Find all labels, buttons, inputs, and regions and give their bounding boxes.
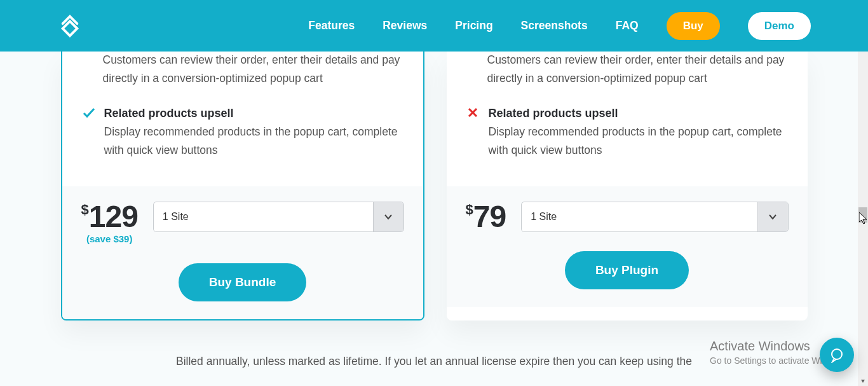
pricing-card-bundle: Customers can review their order, enter … xyxy=(61,51,424,321)
buy-bundle-button[interactable]: Buy Bundle xyxy=(179,263,307,301)
feature-title: Related products upsell xyxy=(104,107,234,120)
feature-text: Related products upsell Display recommen… xyxy=(104,104,403,160)
chevron-down-icon xyxy=(757,202,788,231)
nav-faq[interactable]: FAQ xyxy=(616,19,639,32)
billing-footnote: Billed annually, unless marked as lifeti… xyxy=(97,352,771,370)
buy-plugin-button[interactable]: Buy Plugin xyxy=(565,251,689,289)
nav-features[interactable]: Features xyxy=(308,19,355,32)
feature-body: Display recommended products in the popu… xyxy=(104,125,398,156)
cross-icon xyxy=(467,107,480,160)
svg-point-4 xyxy=(832,349,842,359)
site-select-value: 1 Site xyxy=(522,202,757,231)
feature-body: Customers can review their order, enter … xyxy=(487,51,787,88)
header: Features Reviews Pricing Screenshots FAQ… xyxy=(0,0,868,52)
price-save: (save $39) xyxy=(86,233,133,244)
price-amount: 129 xyxy=(89,202,138,232)
feature-body: Display recommended products in the popu… xyxy=(489,125,782,156)
pricing-card-plugin: Customers can review their order, enter … xyxy=(447,51,808,321)
main-nav: Features Reviews Pricing Screenshots FAQ… xyxy=(308,12,811,40)
nav-screenshots[interactable]: Screenshots xyxy=(521,19,588,32)
buy-button[interactable]: Buy xyxy=(667,12,720,40)
scrollbar[interactable] xyxy=(858,0,868,370)
nav-reviews[interactable]: Reviews xyxy=(383,19,427,32)
feature-text: Related products upsell Display recommen… xyxy=(489,104,787,160)
pricing-row: Customers can review their order, enter … xyxy=(61,51,808,321)
price-amount: 79 xyxy=(473,202,506,232)
nav-pricing[interactable]: Pricing xyxy=(455,19,492,32)
chat-fab[interactable] xyxy=(820,338,854,370)
chevron-down-icon xyxy=(373,202,403,231)
currency: $ xyxy=(81,203,89,217)
site-select[interactable]: 1 Site xyxy=(521,202,788,232)
feature-title: Related products upsell xyxy=(489,107,618,120)
site-select[interactable]: 1 Site xyxy=(153,202,404,232)
feature-body: Customers can review their order, enter … xyxy=(103,51,403,88)
brand-logo[interactable] xyxy=(57,13,83,39)
site-select-value: 1 Site xyxy=(154,202,373,231)
currency: $ xyxy=(466,203,473,217)
scroll-thumb[interactable] xyxy=(858,207,867,223)
demo-button[interactable]: Demo xyxy=(748,12,811,40)
check-icon xyxy=(83,107,95,160)
